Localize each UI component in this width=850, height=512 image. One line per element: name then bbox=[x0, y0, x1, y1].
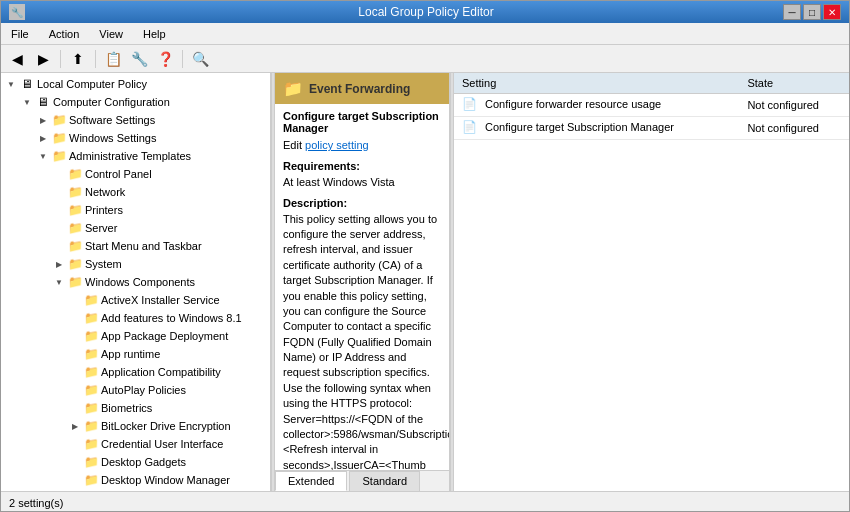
description-text: This policy setting allows you to config… bbox=[283, 213, 449, 470]
folder-title: Event Forwarding bbox=[309, 82, 410, 96]
windows-components-icon: 📁 bbox=[67, 274, 83, 290]
desktop-gadgets-icon: 📁 bbox=[83, 454, 99, 470]
table-row[interactable]: 📄 Configure target Subscription Manager … bbox=[454, 117, 849, 140]
tree-server[interactable]: ▶ 📁 Server bbox=[1, 219, 270, 237]
tree-device-driver[interactable]: ▶ 📁 Device and Driver Compatibility bbox=[1, 489, 270, 491]
device-driver-icon: 📁 bbox=[83, 490, 99, 491]
biometrics-icon: 📁 bbox=[83, 400, 99, 416]
tree-system[interactable]: ▶ 📁 System bbox=[1, 255, 270, 273]
software-icon: 📁 bbox=[51, 112, 67, 128]
computer-config-label: Computer Configuration bbox=[53, 96, 170, 108]
tree-bitlocker[interactable]: ▶ 📁 BitLocker Drive Encryption bbox=[1, 417, 270, 435]
policy-title: Configure target Subscription Manager bbox=[283, 110, 441, 134]
desktop-window-label: Desktop Window Manager bbox=[101, 474, 230, 486]
tree-windows-components[interactable]: ▼ 📁 Windows Components bbox=[1, 273, 270, 291]
close-button[interactable]: ✕ bbox=[823, 4, 841, 20]
setting-name-1: Configure forwarder resource usage bbox=[485, 98, 661, 110]
tab-standard[interactable]: Standard bbox=[349, 471, 420, 491]
tree-control-panel[interactable]: ▶ 📁 Control Panel bbox=[1, 165, 270, 183]
expand-system[interactable]: ▶ bbox=[51, 256, 67, 272]
properties-button[interactable]: 🔧 bbox=[127, 48, 151, 70]
expand-windows-components[interactable]: ▼ bbox=[51, 274, 67, 290]
network-icon: 📁 bbox=[67, 184, 83, 200]
tree-printers[interactable]: ▶ 📁 Printers bbox=[1, 201, 270, 219]
menu-view[interactable]: View bbox=[93, 26, 129, 42]
back-button[interactable]: ◀ bbox=[5, 48, 29, 70]
tree-admin-templates[interactable]: ▼ 📁 Administrative Templates bbox=[1, 147, 270, 165]
state-cell-2: Not configured bbox=[739, 117, 849, 140]
tree-root[interactable]: ▼ 🖥 Local Computer Policy bbox=[1, 75, 270, 93]
policy-setting-link[interactable]: policy setting bbox=[305, 139, 369, 151]
tree-add-features[interactable]: ▶ 📁 Add features to Windows 8.1 bbox=[1, 309, 270, 327]
filter-button[interactable]: 🔍 bbox=[188, 48, 212, 70]
toolbar-sep3 bbox=[182, 50, 183, 68]
edit-label: Edit bbox=[283, 139, 302, 151]
menu-bar: File Action View Help bbox=[1, 23, 849, 45]
system-icon: 📁 bbox=[67, 256, 83, 272]
middle-content: Configure target Subscription Manager Ed… bbox=[275, 104, 449, 470]
biometrics-label: Biometrics bbox=[101, 402, 152, 414]
middle-panel: 📁 Event Forwarding Configure target Subs… bbox=[275, 73, 450, 491]
title-bar: 🔧 Local Group Policy Editor ─ □ ✕ bbox=[1, 1, 849, 23]
desktop-window-icon: 📁 bbox=[83, 472, 99, 488]
app-runtime-icon: 📁 bbox=[83, 346, 99, 362]
settings-table: Setting State 📄 Configure forwarder reso… bbox=[454, 73, 849, 140]
tree-software-settings[interactable]: ▶ 📁 Software Settings bbox=[1, 111, 270, 129]
tree-biometrics[interactable]: ▶ 📁 Biometrics bbox=[1, 399, 270, 417]
root-label: Local Computer Policy bbox=[37, 78, 147, 90]
credential-ui-icon: 📁 bbox=[83, 436, 99, 452]
expand-computer-config[interactable]: ▼ bbox=[19, 94, 35, 110]
table-row[interactable]: 📄 Configure forwarder resource usage Not… bbox=[454, 94, 849, 117]
activex-label: ActiveX Installer Service bbox=[101, 294, 220, 306]
up-button[interactable]: ⬆ bbox=[66, 48, 90, 70]
setting-name-2: Configure target Subscription Manager bbox=[485, 121, 674, 133]
autoplay-label: AutoPlay Policies bbox=[101, 384, 186, 396]
setting-cell-1: 📄 Configure forwarder resource usage bbox=[454, 94, 739, 117]
tree-windows-settings[interactable]: ▶ 📁 Windows Settings bbox=[1, 129, 270, 147]
tree-computer-config[interactable]: ▼ 🖥 Computer Configuration bbox=[1, 93, 270, 111]
add-features-icon: 📁 bbox=[83, 310, 99, 326]
control-panel-label: Control Panel bbox=[85, 168, 152, 180]
tree-desktop-gadgets[interactable]: ▶ 📁 Desktop Gadgets bbox=[1, 453, 270, 471]
forward-button[interactable]: ▶ bbox=[31, 48, 55, 70]
help-button[interactable]: ❓ bbox=[153, 48, 177, 70]
toolbar-sep2 bbox=[95, 50, 96, 68]
bitlocker-icon: 📁 bbox=[83, 418, 99, 434]
col-state: State bbox=[739, 73, 849, 94]
expand-bitlocker[interactable]: ▶ bbox=[67, 418, 83, 434]
tree-credential-ui[interactable]: ▶ 📁 Credential User Interface bbox=[1, 435, 270, 453]
windows-settings-icon: 📁 bbox=[51, 130, 67, 146]
tree-start-menu[interactable]: ▶ 📁 Start Menu and Taskbar bbox=[1, 237, 270, 255]
admin-templates-label: Administrative Templates bbox=[69, 150, 191, 162]
tree-app-runtime[interactable]: ▶ 📁 App runtime bbox=[1, 345, 270, 363]
expand-software[interactable]: ▶ bbox=[35, 112, 51, 128]
tree-desktop-window[interactable]: ▶ 📁 Desktop Window Manager bbox=[1, 471, 270, 489]
tree-activex[interactable]: ▶ 📁 ActiveX Installer Service bbox=[1, 291, 270, 309]
menu-file[interactable]: File bbox=[5, 26, 35, 42]
tree-app-compat[interactable]: ▶ 📁 Application Compatibility bbox=[1, 363, 270, 381]
menu-help[interactable]: Help bbox=[137, 26, 172, 42]
state-cell-1: Not configured bbox=[739, 94, 849, 117]
activex-icon: 📁 bbox=[83, 292, 99, 308]
desktop-gadgets-label: Desktop Gadgets bbox=[101, 456, 186, 468]
tabs-bar: Extended Standard bbox=[275, 470, 449, 491]
tree-network[interactable]: ▶ 📁 Network bbox=[1, 183, 270, 201]
restore-button[interactable]: □ bbox=[803, 4, 821, 20]
minimize-button[interactable]: ─ bbox=[783, 4, 801, 20]
tab-extended[interactable]: Extended bbox=[275, 471, 347, 491]
setting-cell-2: 📄 Configure target Subscription Manager bbox=[454, 117, 739, 140]
bitlocker-label: BitLocker Drive Encryption bbox=[101, 420, 231, 432]
server-icon: 📁 bbox=[67, 220, 83, 236]
tree-panel: ▼ 🖥 Local Computer Policy ▼ 🖥 Computer C… bbox=[1, 73, 271, 491]
requirements-section: Requirements: At least Windows Vista bbox=[283, 159, 441, 190]
menu-action[interactable]: Action bbox=[43, 26, 86, 42]
tree-autoplay[interactable]: ▶ 📁 AutoPlay Policies bbox=[1, 381, 270, 399]
autoplay-icon: 📁 bbox=[83, 382, 99, 398]
show-hide-button[interactable]: 📋 bbox=[101, 48, 125, 70]
start-menu-label: Start Menu and Taskbar bbox=[85, 240, 202, 252]
expand-windows-settings[interactable]: ▶ bbox=[35, 130, 51, 146]
expand-admin-templates[interactable]: ▼ bbox=[35, 148, 51, 164]
tree-app-package[interactable]: ▶ 📁 App Package Deployment bbox=[1, 327, 270, 345]
printers-icon: 📁 bbox=[67, 202, 83, 218]
expand-root[interactable]: ▼ bbox=[3, 76, 19, 92]
